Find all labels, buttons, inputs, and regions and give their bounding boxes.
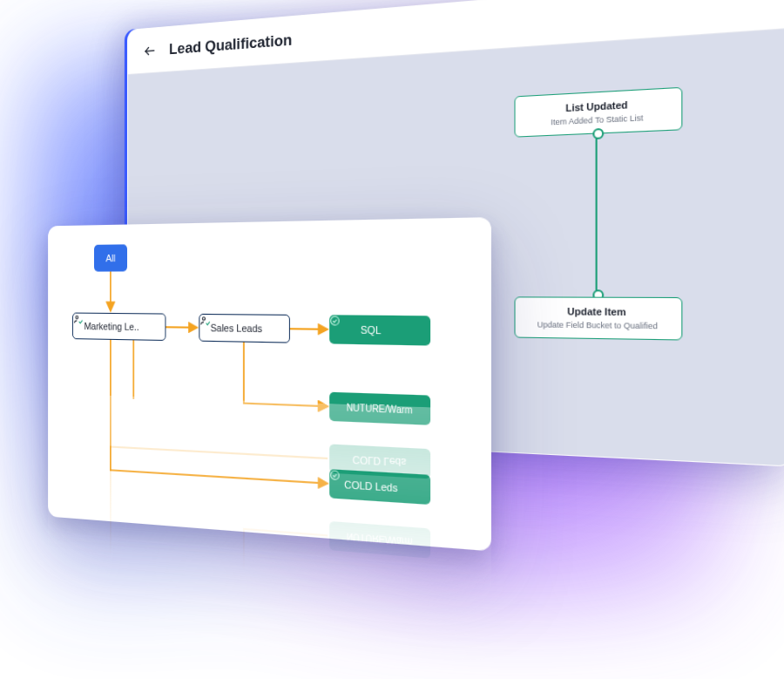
svg-line-0 bbox=[145, 51, 154, 51]
person-check-icon bbox=[143, 321, 153, 333]
svg-line-4 bbox=[290, 329, 328, 329]
svg-line-11 bbox=[290, 608, 328, 612]
flow-marketing-node[interactable]: Marketing Le.. bbox=[72, 313, 166, 341]
node-subtitle: Update Field Bucket to Qualified bbox=[521, 319, 676, 332]
page-title: Lead Qualification bbox=[169, 31, 292, 58]
node-label: Sales Leads bbox=[211, 323, 262, 335]
svg-point-6 bbox=[202, 317, 205, 320]
node-label: All bbox=[105, 253, 115, 263]
flow-nurture-node[interactable]: NUTURE/Warm bbox=[329, 392, 430, 425]
flow-root-node[interactable]: All bbox=[94, 244, 127, 271]
node-label: NUTURE/Warm bbox=[347, 402, 413, 415]
flow-sales-node[interactable]: Sales Leads bbox=[199, 314, 290, 343]
node-label: SQL bbox=[361, 324, 382, 336]
back-arrow-icon[interactable] bbox=[142, 41, 158, 60]
svg-point-8 bbox=[331, 471, 339, 480]
check-circle-icon bbox=[386, 323, 398, 336]
svg-point-5 bbox=[76, 316, 78, 318]
flow-sql-node[interactable]: SQL bbox=[329, 315, 430, 345]
svg-line-10 bbox=[166, 596, 197, 600]
flow-card: All Marketing Le.. Sales Leads bbox=[48, 217, 491, 551]
workflow-action-node[interactable]: Update Item Update Field Bucket to Quali… bbox=[514, 296, 682, 340]
node-title: Update Item bbox=[521, 305, 676, 320]
workflow-connector bbox=[596, 132, 598, 296]
person-check-icon bbox=[267, 323, 278, 335]
card-reflection: All Marketing Le.. Sales Leads SQL NUTUR… bbox=[48, 534, 491, 679]
perspective-scene: Lead Qualification List Updated Item Add… bbox=[0, 0, 784, 679]
check-circle-icon bbox=[402, 482, 415, 496]
node-label: Marketing Le.. bbox=[84, 321, 139, 332]
svg-point-7 bbox=[331, 316, 339, 325]
node-label: COLD Leds bbox=[344, 479, 397, 493]
